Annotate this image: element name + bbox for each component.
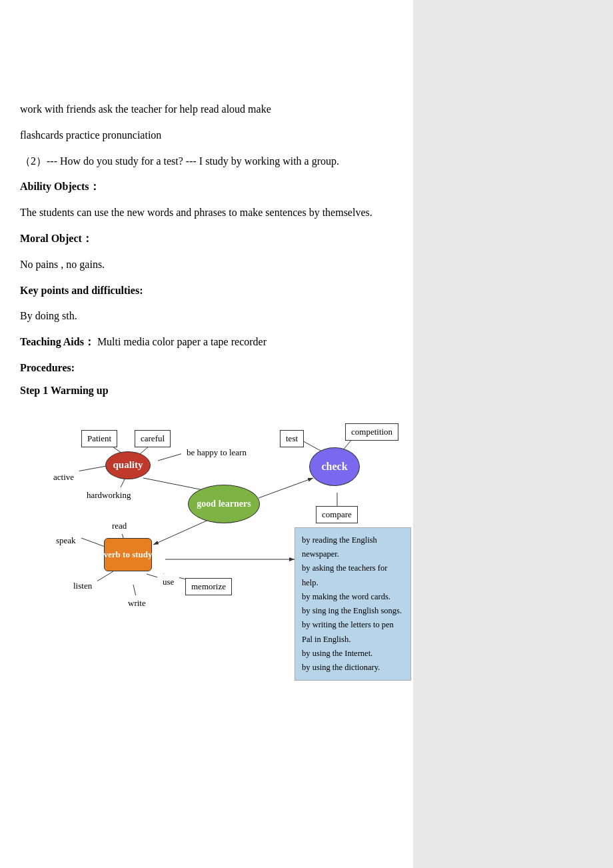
svg-line-15 [95, 571, 113, 583]
competition-node: competition [345, 423, 398, 441]
check-node: check [309, 447, 360, 486]
quality-node: quality [105, 451, 151, 479]
page-wrapper: work with friends ask the teacher for he… [0, 0, 613, 868]
be-happy-node: be happy to learn [181, 445, 252, 461]
blue-line-6: by using the Internet. [302, 649, 372, 658]
blue-line-7: by using the dictionary. [302, 663, 380, 672]
blue-line-4: by sing ing the English songs. [302, 606, 402, 615]
diagram-area: Patient careful be happy to learn active… [20, 406, 413, 653]
blue-line-1: by reading the English newspaper. [302, 535, 377, 559]
speak-node: speak [51, 533, 81, 549]
compare-node: compare [316, 506, 358, 523]
blue-line-2: by asking the teachers for help. [302, 563, 387, 587]
good-learners-node: good learners [188, 485, 260, 523]
keypoints-title: Key points and difficulties: [20, 281, 400, 301]
blue-line-5: by writing the letters to pen Pal in Eng… [302, 620, 394, 643]
blue-line-3: by making the word cards. [302, 592, 390, 601]
blue-info-box: by reading the English newspaper. by ask… [295, 527, 411, 681]
keypoints-body: By doing sth. [20, 307, 400, 326]
moral-title: Moral Object： [20, 229, 400, 249]
step1-title: Step 1 Warming up [20, 385, 400, 397]
svg-line-12 [81, 538, 107, 547]
patient-node: Patient [81, 430, 117, 447]
write-node: write [123, 595, 151, 611]
line1: work with friends ask the teacher for he… [20, 100, 400, 119]
careful-node: careful [135, 430, 171, 447]
read-node: read [107, 518, 132, 534]
right-panel [413, 0, 613, 868]
memorize-node: memorize [185, 578, 232, 595]
ability-body: The students can use the new words and p… [20, 203, 400, 223]
procedures-title: Procedures: [20, 359, 400, 378]
teaching-title: Teaching Aids： [20, 336, 95, 347]
active-node: active [48, 469, 79, 485]
line3: （2）--- How do you study for a test? --- … [20, 152, 400, 171]
verb-study-node: verb to study [104, 538, 152, 571]
line2: flashcards practice pronunciation [20, 126, 400, 145]
test-node: test [280, 430, 304, 447]
hardworking-node: hardworking [81, 487, 136, 503]
teaching-body: Multi media color paper a tape recorder [97, 336, 267, 347]
main-content: work with friends ask the teacher for he… [0, 0, 413, 868]
ability-title: Ability Objects： [20, 177, 400, 197]
use-node: use [157, 574, 179, 590]
svg-line-6 [259, 478, 313, 498]
moral-body: No pains , no gains. [20, 255, 400, 275]
listen-node: listen [68, 578, 97, 594]
teaching-aids-line: Teaching Aids： Multi media color paper a… [20, 333, 400, 352]
